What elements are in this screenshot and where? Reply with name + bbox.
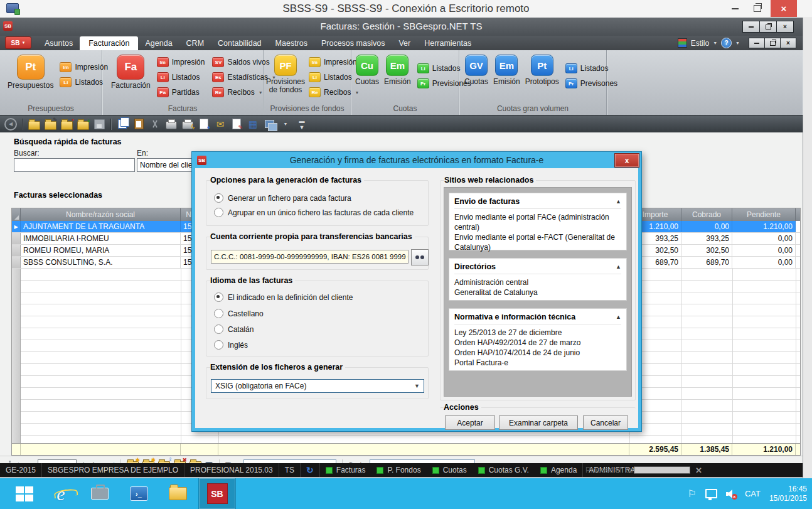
link-admin-central[interactable]: Administración central [454,277,621,287]
buscar-cuenta-button[interactable] [411,249,429,265]
tab-maestros[interactable]: Maestros [269,36,314,50]
gv-cuotas-button[interactable]: GV Cuotas [464,55,488,86]
ribbon-close-button[interactable]: × [781,38,796,48]
radio-catalan[interactable]: Catalán [214,324,254,334]
app-minimize-button[interactable] [743,21,760,32]
internet-explorer-button[interactable]: e [43,478,79,509]
search-input[interactable] [14,158,135,172]
link-orden-492[interactable]: Orden HAP/492/2014 de 27 de marzo [454,338,621,348]
facturacion-button[interactable]: Fa Facturación [111,55,151,90]
chevron-down-icon[interactable]: ▼ [713,41,717,45]
grid-view-button[interactable]: ▦ [246,118,260,131]
rdp-minimize-button[interactable] [725,0,744,17]
file-explorer-button[interactable] [159,478,196,509]
tab-facturacion[interactable]: Facturación [80,36,138,50]
app-close-button[interactable]: × [777,21,793,32]
collapse-icon[interactable]: ▲ [616,264,621,270]
sbss-app-taskbar-button[interactable]: SB [198,478,236,509]
link-ley[interactable]: Ley 25/2013 de 27 de diciembre [454,328,621,338]
link-orden-1074[interactable]: Orden HAP/1074/2014 de 24 de junio [454,348,621,358]
tab-crm[interactable]: CRM [179,36,211,50]
ribbon-minimize-button[interactable] [749,38,765,48]
examinar-carpeta-button[interactable]: Examinar carpeta [499,415,578,430]
link-face[interactable]: Envio mediante el portal FACe (administr… [454,212,621,232]
column-header-name[interactable]: Nombre/razón social [21,208,181,221]
gv-prototipos-button[interactable]: Pt Prototipos [525,55,559,86]
tab-procesos-masivos[interactable]: Procesos masivos [314,36,392,50]
tab-contabilidad[interactable]: Contabilidad [211,36,269,50]
preview-button[interactable]: ● [197,118,211,131]
tab-asuntos[interactable]: Asuntos [38,36,80,50]
link-efact[interactable]: Envio mediante el portal e-FACT (General… [454,232,621,252]
status-module-facturas[interactable]: Facturas [320,463,371,477]
sb-application-menu-button[interactable]: SB▼ [5,36,31,49]
radio-agrupar-fichero[interactable]: Agrupar en un único fichero las facturas… [214,208,414,217]
radio-idioma-cliente[interactable]: El indicado en la definición del cliente [214,292,353,302]
export-dropdown[interactable]: ▼ [279,118,292,131]
print-button[interactable] [164,118,178,131]
save-button[interactable] [92,118,106,131]
design-button[interactable]: ✎ [230,118,243,131]
cancelar-button[interactable]: Cancelar [583,415,628,430]
cuotas-button[interactable]: Cu Cuotas [355,55,379,86]
select-all-cell[interactable] [12,208,21,221]
powershell-button[interactable]: ›_ [120,478,157,509]
ribbon-restore-button[interactable] [765,38,781,48]
chevron-down-icon[interactable]: ▼ [735,41,740,45]
network-icon[interactable] [705,489,717,498]
facturas-impresion-button[interactable]: ImImpresión [157,57,205,67]
column-header-pendiente[interactable]: Pendiente [732,208,796,221]
tab-ver[interactable]: Ver [392,36,417,50]
start-button[interactable] [6,478,43,509]
server-manager-button[interactable] [82,478,118,509]
process-cancel-icon[interactable]: ✕ [695,466,702,475]
back-button[interactable]: ◀ [4,118,18,131]
volume-muted-icon[interactable]: × [726,490,736,498]
provisiones-button[interactable]: PF Provisionesde fondos [266,55,305,94]
cut-button[interactable] [148,118,162,131]
facturas-listados-button[interactable]: LiListados [157,72,205,82]
status-module-cuotas[interactable]: Cuotas [427,463,473,477]
cuenta-corriente-input[interactable]: C.C.C.: 0081-9999-00-9999999999, IBAN: E… [211,250,409,264]
dialog-close-button[interactable]: x [614,153,639,168]
toolbar-options-button[interactable]: ▬▼ [295,118,309,131]
new-button[interactable] [27,118,41,131]
presupuestos-button[interactable]: Pt Presupuestos [8,55,53,90]
aceptar-button[interactable]: Aceptar [445,415,495,430]
open-button[interactable]: ▴ [76,118,90,131]
extension-select[interactable]: XSIG (obligatoria en FACe) ▼ [211,379,424,393]
help-icon[interactable]: ? [721,38,732,48]
collapse-icon[interactable]: ▲ [616,198,621,205]
paste-button[interactable] [132,118,146,131]
collapse-icon[interactable]: ▲ [616,314,621,320]
presupuestos-listados-button[interactable]: LiListados [60,77,108,87]
status-module-fondos[interactable]: P. Fondos [371,463,426,477]
email-button[interactable]: ✉ [213,118,227,131]
radio-ingles[interactable]: Inglés [214,340,248,350]
keyboard-language[interactable]: CAT [745,489,761,498]
emision-button[interactable]: Em Emisión [384,55,411,86]
edit-button[interactable]: ✎ [43,118,57,131]
estilo-button[interactable]: Estilo [691,39,709,48]
status-module-cuotas-gv[interactable]: Cuotas G.V. [473,463,535,477]
tab-agenda[interactable]: Agenda [138,36,179,50]
radio-castellano[interactable]: Castellano [214,309,264,318]
gv-emision-button[interactable]: Em Emisión [493,55,520,86]
quick-print-button[interactable]: ϟ [181,118,195,131]
status-module-agenda[interactable]: Agenda [535,463,583,477]
radio-fichero-por-factura[interactable]: Generar un fichero para cada factura [214,193,351,203]
rdp-restore-button[interactable] [748,0,767,17]
column-header-cobrado[interactable]: Cobrado [681,208,732,221]
presupuestos-impresion-button[interactable]: ImImpresión [60,62,108,72]
taskbar-clock[interactable]: 16:45 15/01/2015 [769,485,807,503]
facturas-partidas-button[interactable]: PaPartidas [157,87,205,97]
copy-button[interactable] [115,118,129,131]
export-button[interactable] [262,118,276,131]
app-restore-button[interactable] [760,21,777,32]
action-center-flag-icon[interactable]: ⚐ [688,488,697,500]
tab-herramientas[interactable]: Herramientas [417,36,478,50]
rdp-close-button[interactable]: × [771,0,797,17]
delete-button[interactable]: ▪ [60,118,73,131]
link-generalitat[interactable]: Generalitat de Catalunya [454,287,621,297]
link-portal-facturae[interactable]: Portal Factura-e [454,358,621,368]
